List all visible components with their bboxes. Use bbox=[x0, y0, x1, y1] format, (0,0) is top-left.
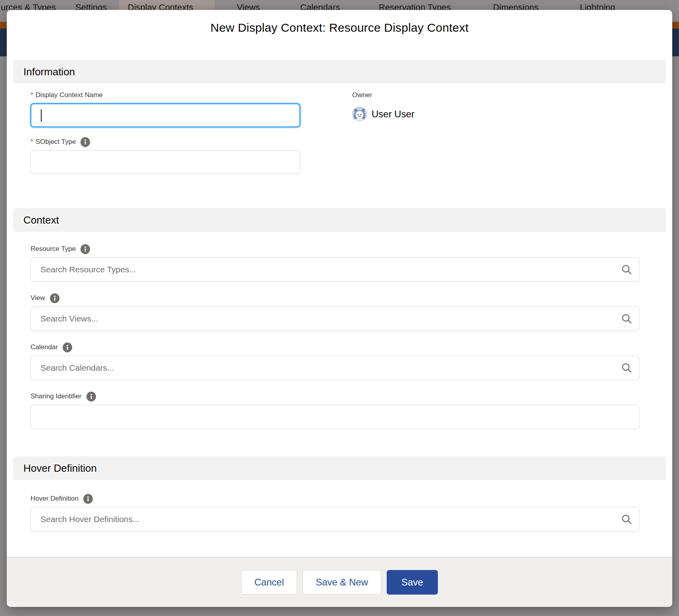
avatar bbox=[352, 107, 367, 121]
sobject-type-label: * SObject Type bbox=[31, 137, 640, 147]
search-icon bbox=[621, 264, 633, 277]
hover-definition-search-input[interactable] bbox=[31, 507, 640, 532]
sobject-type-input[interactable] bbox=[31, 150, 300, 174]
info-icon[interactable] bbox=[86, 392, 96, 402]
section-header-context: Context bbox=[13, 208, 666, 232]
sharing-identifier-input[interactable] bbox=[31, 405, 640, 429]
display-context-name-input[interactable] bbox=[31, 103, 300, 127]
calendar-label: Calendar bbox=[31, 342, 640, 352]
info-icon[interactable] bbox=[81, 244, 90, 254]
modal-header: New Display Context: Resource Display Co… bbox=[7, 10, 672, 60]
hover-definition-label: Hover Definition bbox=[31, 494, 640, 504]
sharing-identifier-label: Sharing Identifier bbox=[31, 391, 640, 402]
info-icon[interactable] bbox=[83, 494, 93, 504]
search-icon bbox=[621, 362, 633, 375]
owner-value: User User bbox=[372, 109, 414, 120]
required-asterisk: * bbox=[31, 90, 33, 100]
section-header-information: Information bbox=[13, 60, 666, 84]
info-icon[interactable] bbox=[50, 293, 59, 303]
info-icon[interactable] bbox=[81, 137, 90, 147]
info-icon[interactable] bbox=[63, 342, 72, 352]
search-icon bbox=[621, 313, 633, 326]
section-header-hover-definition: Hover Definition bbox=[13, 456, 666, 480]
view-search-input[interactable] bbox=[31, 306, 640, 331]
resource-type-label: Resource Type bbox=[31, 244, 640, 254]
text-cursor bbox=[41, 109, 42, 122]
save-button[interactable]: Save bbox=[387, 570, 438, 595]
cancel-button[interactable]: Cancel bbox=[241, 570, 297, 595]
display-context-name-label: * Display Context Name bbox=[31, 90, 300, 100]
resource-type-search-input[interactable] bbox=[31, 257, 640, 282]
required-asterisk: * bbox=[31, 137, 33, 147]
calendar-search-input[interactable] bbox=[31, 356, 640, 380]
search-icon bbox=[621, 513, 633, 527]
save-and-new-button[interactable]: Save & New bbox=[303, 570, 381, 595]
view-label: View bbox=[31, 293, 640, 303]
owner-label: Owner bbox=[352, 90, 414, 100]
new-display-context-modal: New Display Context: Resource Display Co… bbox=[7, 10, 672, 607]
modal-footer: Cancel Save & New Save bbox=[7, 557, 672, 607]
modal-title: New Display Context: Resource Display Co… bbox=[7, 21, 672, 34]
